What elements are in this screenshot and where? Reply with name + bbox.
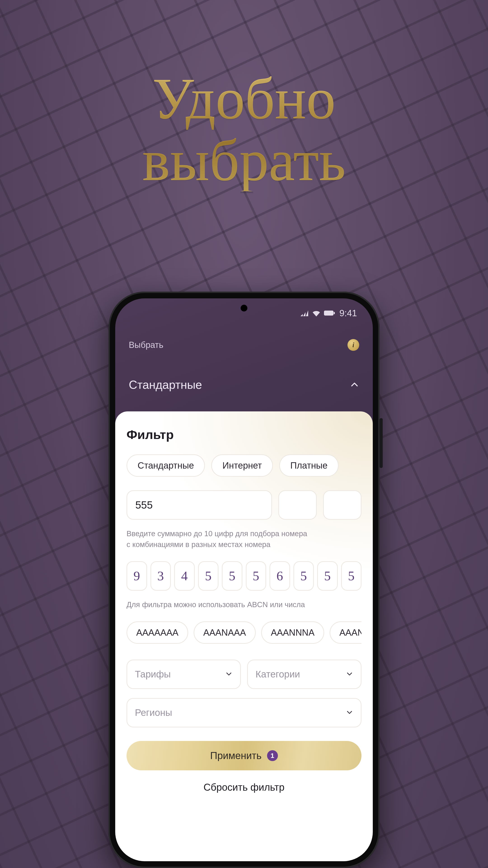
type-chip-standard[interactable]: Стандартные xyxy=(127,454,205,477)
promo-background: Удобно выбрать 9:41 Выбрать xyxy=(0,0,488,868)
battery-icon xyxy=(324,310,335,316)
digit-cell[interactable]: 5 xyxy=(293,561,314,591)
phone-side-button xyxy=(380,418,383,468)
combo-hint: Введите суммарно до 10 цифр для подбора … xyxy=(127,528,361,550)
pattern-hint: Для фильтра можно использовать ABCN или … xyxy=(127,599,361,610)
digit-cell[interactable]: 4 xyxy=(174,561,195,591)
apply-badge: 1 xyxy=(267,750,278,761)
phone-mockup: 9:41 Выбрать i Стандартные Фильтр Станда… xyxy=(108,291,380,868)
regions-select[interactable]: Регионы xyxy=(127,698,361,727)
digit-cell[interactable]: 5 xyxy=(246,561,266,591)
digit-cell[interactable]: 5 xyxy=(222,561,242,591)
combo-input-1[interactable]: 555 xyxy=(127,490,272,520)
chevron-up-icon[interactable] xyxy=(350,380,359,390)
pattern-chip-row: AAAAAAA AAANAAA AAANNNA AAAN xyxy=(127,621,361,644)
regions-label: Регионы xyxy=(135,707,172,718)
digit-cell[interactable]: 9 xyxy=(127,561,147,591)
combo-input-2[interactable] xyxy=(278,490,317,520)
apply-button[interactable]: Применить 1 xyxy=(127,741,361,770)
digit-cell[interactable]: 5 xyxy=(198,561,219,591)
pattern-chip[interactable]: AAAN xyxy=(330,621,361,644)
promo-title-line1: Удобно xyxy=(0,68,488,129)
tariffs-select[interactable]: Тарифы xyxy=(127,659,241,689)
digit-cell[interactable]: 5 xyxy=(341,561,362,591)
apply-label: Применить xyxy=(210,750,261,761)
digit-cell[interactable]: 3 xyxy=(151,561,171,591)
pattern-chip[interactable]: AAAAAAA xyxy=(127,621,188,644)
digit-row: 9 3 4 5 5 5 6 5 5 5 xyxy=(127,561,361,591)
status-bar: 9:41 xyxy=(115,306,373,320)
type-chip-internet[interactable]: Интернет xyxy=(211,454,273,477)
info-button[interactable]: i xyxy=(348,339,359,351)
filter-sheet: Фильтр Стандартные Интернет Платные 555 … xyxy=(115,411,373,861)
tariffs-label: Тарифы xyxy=(135,669,171,680)
type-chip-paid[interactable]: Платные xyxy=(279,454,339,477)
svg-rect-0 xyxy=(324,311,333,315)
digit-cell[interactable]: 6 xyxy=(269,561,290,591)
pattern-chip[interactable]: AAANAAA xyxy=(194,621,256,644)
promo-title-line2: выбрать xyxy=(0,129,488,191)
select-row-2: Регионы xyxy=(127,698,361,727)
promo-title: Удобно выбрать xyxy=(0,68,488,191)
categories-label: Категории xyxy=(256,669,300,680)
digit-cell[interactable]: 5 xyxy=(317,561,338,591)
status-time: 9:41 xyxy=(339,308,357,318)
phone-screen: 9:41 Выбрать i Стандартные Фильтр Станда… xyxy=(115,298,373,861)
chevron-down-icon xyxy=(346,707,353,718)
header-category-title: Стандартные xyxy=(129,378,202,392)
reset-filter-button[interactable]: Сбросить фильтр xyxy=(127,782,361,793)
chevron-down-icon xyxy=(225,669,232,680)
pattern-chip[interactable]: AAANNNA xyxy=(261,621,324,644)
categories-select[interactable]: Категории xyxy=(247,659,361,689)
app-header: Выбрать i Стандартные xyxy=(115,332,373,392)
cellular-icon xyxy=(300,310,308,316)
wifi-icon xyxy=(312,310,321,316)
svg-rect-1 xyxy=(334,312,335,314)
header-select-label: Выбрать xyxy=(129,340,163,350)
type-chip-row: Стандартные Интернет Платные xyxy=(127,454,361,477)
combo-input-3[interactable] xyxy=(323,490,361,520)
combo-input-row: 555 xyxy=(127,490,361,520)
chevron-down-icon xyxy=(346,669,353,680)
select-row-1: Тарифы Категории xyxy=(127,659,361,689)
filter-title: Фильтр xyxy=(127,427,361,442)
